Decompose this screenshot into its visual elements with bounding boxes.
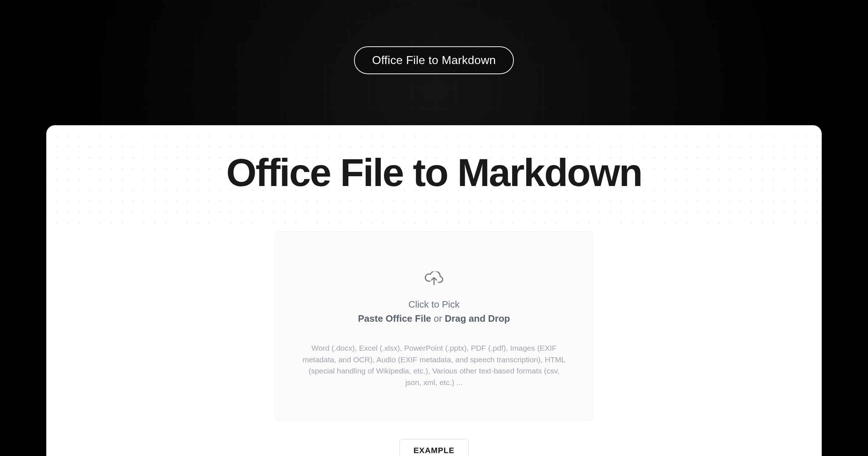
upload-drag-label: Drag and Drop — [445, 313, 510, 324]
supported-formats-text: Word (.docx), Excel (.xlsx), PowerPoint … — [301, 342, 567, 388]
upload-instruction-text: Click to Pick Paste Office File or Drag … — [301, 297, 567, 326]
upload-click-text: Click to Pick — [408, 299, 460, 310]
page-title: Office File to Markdown — [46, 150, 822, 195]
upload-paste-label: Paste Office File — [358, 313, 431, 324]
header-pill-label: Office File to Markdown — [372, 54, 496, 67]
main-card: Office File to Markdown Click to Pick Pa… — [46, 125, 822, 456]
cloud-upload-icon — [425, 271, 443, 287]
header-pill: Office File to Markdown — [354, 46, 514, 74]
example-button[interactable]: EXAMPLE — [399, 439, 468, 456]
upload-or-text: or — [431, 313, 445, 324]
upload-dropzone[interactable]: Click to Pick Paste Office File or Drag … — [275, 231, 593, 421]
